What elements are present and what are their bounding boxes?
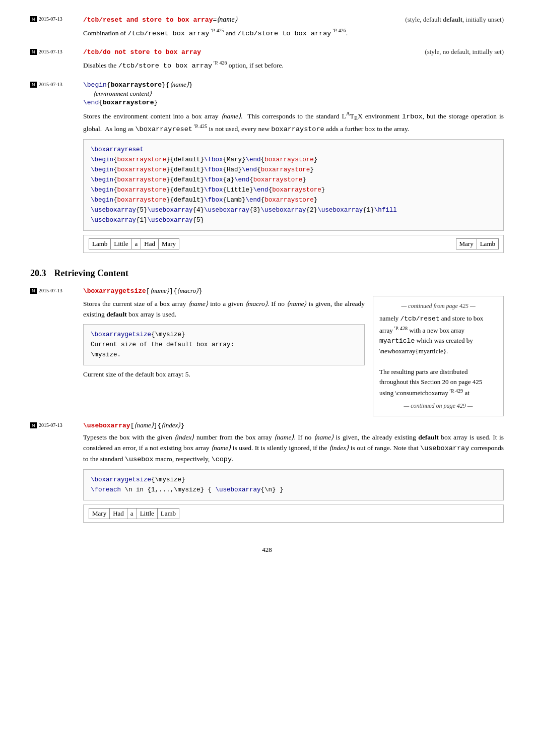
split-left: Stores the current size of a box array ⟨… bbox=[83, 296, 365, 384]
cmd-brace-idx-close: } bbox=[180, 422, 184, 429]
tt-3: /tcb/store to box array bbox=[118, 62, 212, 70]
entry-content-5: \useboxarray[⟨name⟩]{⟨index⟩} Typesets t… bbox=[83, 421, 504, 526]
demo-item-mary: Mary bbox=[158, 238, 179, 249]
split-layout: Stores the current size of a box array ⟨… bbox=[83, 296, 504, 416]
arg-macro: ⟨macro⟩ bbox=[177, 287, 198, 294]
desc-4: Stores the current size of a box array ⟨… bbox=[83, 299, 365, 320]
desc-5: Typesets the box with the given ⟨index⟩ … bbox=[83, 432, 504, 465]
cmd-line-end: \end{boxarraystore} bbox=[83, 99, 504, 106]
demo-item-had: Had bbox=[141, 238, 159, 249]
code-line-7: \useboxarray{5}\useboxarray{4}\useboxarr… bbox=[91, 205, 496, 215]
entry-useboxarray: N 2015-07-13 \useboxarray[⟨name⟩]{⟨index… bbox=[30, 421, 504, 526]
tt-sidebar: /tcb/reset bbox=[400, 315, 440, 323]
cmd-red-1: /tcb/reset and store to box array bbox=[83, 16, 213, 24]
tt-myarticle: myarticle bbox=[379, 337, 415, 345]
cmd-brace-end-open: { bbox=[99, 99, 103, 106]
style-note-1: (style, default default, initially unset… bbox=[405, 16, 504, 24]
arg-env-content: ⟨environment content⟩ bbox=[93, 90, 152, 97]
section-heading-20-3: 20.3 Retrieving Content bbox=[30, 268, 504, 279]
entry-date-4: 2015-07-13 bbox=[39, 288, 62, 293]
ref-1: ’P. 425 bbox=[210, 28, 224, 33]
demo-item-a: a bbox=[131, 238, 142, 249]
n-badge-1: N bbox=[30, 16, 37, 22]
code-getsize-3: \mysize. bbox=[91, 350, 357, 360]
cmd-bracket-close: ] bbox=[169, 287, 173, 295]
demo2-a: a bbox=[127, 508, 137, 519]
demo-item-lamb: Lamb bbox=[89, 238, 111, 249]
cmd-brace-close-1: }{ bbox=[162, 81, 170, 89]
desc-1: Combination of /tcb/reset box array ’P. … bbox=[83, 27, 504, 39]
cmd-useboxarray: \useboxarray bbox=[83, 422, 130, 429]
code-box-2: \boxarraygetsize{\mysize} Current size o… bbox=[83, 324, 365, 365]
cmd-useboxarray-line: \useboxarray[⟨name⟩]{⟨index⟩} bbox=[83, 421, 504, 429]
continued-on: — continued on page 429 — bbox=[379, 401, 497, 411]
ref-3: ’P. 426 bbox=[212, 60, 227, 66]
ref-2: ’P. 426 bbox=[331, 28, 346, 33]
demo-item-mary-r: Mary bbox=[456, 238, 477, 249]
continued-from: — continued from page 425 — bbox=[379, 301, 497, 311]
entry-date-1: 2015-07-13 bbox=[39, 16, 62, 22]
cmd-boxarraystore-end: boxarraystore bbox=[103, 99, 154, 106]
cmd-brace-close-2: } bbox=[189, 81, 193, 89]
cmd-brace-open-1: { bbox=[107, 81, 111, 89]
cmd-bracket-open: [ bbox=[146, 287, 150, 295]
entry-tcb-reset-store: N 2015-07-13 /tcb/reset and store to box… bbox=[30, 15, 504, 43]
cmd-brace-end-close: } bbox=[154, 99, 158, 106]
code-line-3: \begin{boxarraystore}{default}\fbox{Had}… bbox=[91, 165, 496, 175]
code-line-2: \begin{boxarraystore}{default}\fbox{Mary… bbox=[91, 155, 496, 165]
cmd-boxarraygetsize: \boxarraygetsize bbox=[83, 287, 146, 295]
tt-2: /tcb/store to box array bbox=[237, 30, 331, 37]
sidebar-text: namely /tcb/reset and store to box array… bbox=[379, 313, 497, 398]
section-num: 20.3 bbox=[30, 268, 46, 279]
entry-boxarraystore: N 2015-07-13 \begin{boxarraystore}{⟨name… bbox=[30, 81, 504, 256]
entry-head-2: /tcb/do not store to box array (style, n… bbox=[83, 48, 504, 56]
desc-2: Disables the /tcb/store to box array ’P.… bbox=[83, 59, 504, 71]
cmd-end: \end bbox=[83, 99, 99, 106]
demo-item-lamb-r: Lamb bbox=[477, 238, 499, 249]
entry-tcb-no-store: N 2015-07-13 /tcb/do not store to box ar… bbox=[30, 48, 504, 75]
cmd-begin: \begin bbox=[83, 81, 107, 89]
cmd-no-store: /tcb/do not store to box array bbox=[83, 48, 201, 56]
entry-tag-2: N 2015-07-13 bbox=[30, 48, 83, 54]
entry-boxarraygetsize: N 2015-07-13 \boxarraygetsize[⟨name⟩]{⟨m… bbox=[30, 287, 504, 416]
entry-date-2: 2015-07-13 bbox=[39, 49, 62, 54]
entry-content-2: /tcb/do not store to box array (style, n… bbox=[83, 48, 504, 75]
code-useboxarray-2: \foreach \n in {1,...,\mysize} { \usebox… bbox=[91, 485, 496, 495]
entry-tag-5: N 2015-07-13 bbox=[30, 421, 83, 428]
sidebar: — continued from page 425 — namely /tcb/… bbox=[373, 296, 504, 416]
code-line-4: \begin{boxarraystore}{default}\fbox{a}\e… bbox=[91, 175, 496, 185]
code-useboxarray-1: \boxarraygetsize{\mysize} bbox=[91, 475, 496, 485]
demo2-mary: Mary bbox=[89, 508, 110, 519]
cmd-boxarraystore: boxarraystore bbox=[111, 81, 162, 89]
cmd-boxarraygetsize-line: \boxarraygetsize[⟨name⟩]{⟨macro⟩} bbox=[83, 287, 504, 295]
entry-content-1: /tcb/reset and store to box array=⟨name⟩… bbox=[83, 15, 504, 43]
page-content: N 2015-07-13 /tcb/reset and store to box… bbox=[30, 15, 504, 554]
tt-1: /tcb/reset box array bbox=[128, 30, 210, 37]
code-line-6: \begin{boxarraystore}{default}\fbox{Lamb… bbox=[91, 195, 496, 205]
demo-item-little: Little bbox=[110, 238, 131, 249]
entry-tag-1: N 2015-07-13 bbox=[30, 15, 83, 22]
demo-box-2: Mary Had a Little Lamb bbox=[83, 505, 504, 523]
desc-result: Current size of the default box array: 5… bbox=[83, 369, 365, 380]
desc-3: Stores the environment content into a bo… bbox=[83, 109, 504, 135]
code-line-5: \begin{boxarraystore}{default}\fbox{Litt… bbox=[91, 185, 496, 195]
demo-box-1: Lamb Little a Had Mary Mary Lamb bbox=[83, 235, 504, 253]
code-getsize-2: Current size of the default box array: bbox=[91, 340, 357, 350]
entry-tag-3: N 2015-07-13 bbox=[30, 81, 83, 87]
section-title: Retrieving Content bbox=[54, 268, 128, 279]
n-badge-2: N bbox=[30, 49, 37, 55]
demo2-had: Had bbox=[109, 508, 127, 519]
code-box-3: \boxarraygetsize{\mysize} \foreach \n in… bbox=[83, 469, 504, 500]
code-getsize-1: \boxarraygetsize{\mysize} bbox=[91, 330, 357, 340]
demo2-little: Little bbox=[137, 508, 158, 519]
entry-content-3: \begin{boxarraystore}{⟨name⟩} ⟨environme… bbox=[83, 81, 504, 256]
n-badge-5: N bbox=[30, 422, 37, 428]
cmd-line-content: ⟨environment content⟩ bbox=[83, 90, 504, 98]
entry-head-1: /tcb/reset and store to box array=⟨name⟩… bbox=[83, 15, 504, 24]
arg-name-1: ⟨name⟩ bbox=[217, 16, 237, 23]
arg-index: ⟨index⟩ bbox=[161, 421, 180, 429]
arg-name-use: ⟨name⟩ bbox=[134, 421, 153, 429]
code-line-1: \boxarrayreset bbox=[91, 145, 496, 155]
entry-date-5: 2015-07-13 bbox=[39, 422, 62, 428]
code-line-8: \useboxarray{1}\useboxarray{5} bbox=[91, 215, 496, 225]
